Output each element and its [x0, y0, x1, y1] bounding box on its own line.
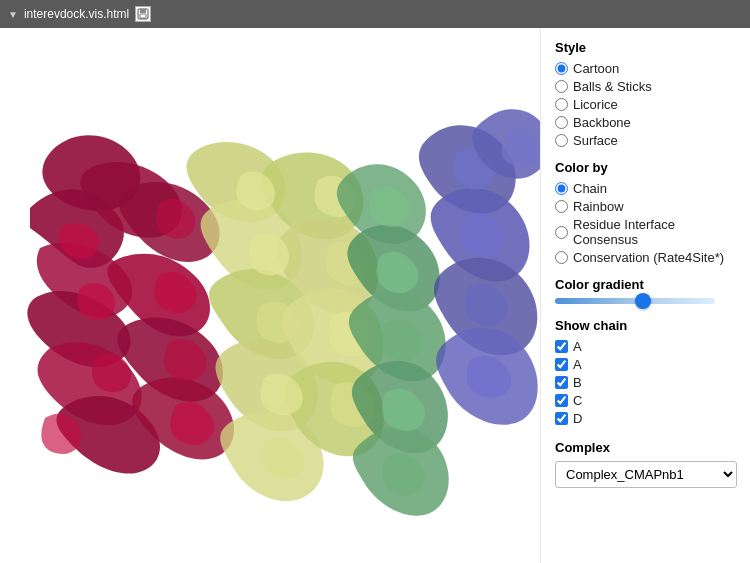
style-balls-option[interactable]: Balls & Sticks — [555, 79, 736, 94]
chevron-icon: ▼ — [8, 9, 18, 20]
style-balls-radio[interactable] — [555, 80, 568, 93]
chain-a2-checkbox[interactable] — [555, 358, 568, 371]
complex-section: Complex Complex_CMAPnb1 — [555, 440, 736, 488]
style-backbone-label: Backbone — [573, 115, 631, 130]
chain-c-checkbox[interactable] — [555, 394, 568, 407]
save-icon[interactable] — [135, 6, 151, 22]
style-licorice-radio[interactable] — [555, 98, 568, 111]
style-radio-group: Cartoon Balls & Sticks Licorice Backbone… — [555, 61, 736, 148]
chain-checkbox-group: A A B C D — [555, 339, 736, 426]
style-licorice-label: Licorice — [573, 97, 618, 112]
complex-title: Complex — [555, 440, 736, 455]
chain-a1-item[interactable]: A — [555, 339, 736, 354]
svg-rect-2 — [140, 14, 146, 18]
chain-b-item[interactable]: B — [555, 375, 736, 390]
gradient-title: Color gradient — [555, 277, 736, 292]
style-cartoon-label: Cartoon — [573, 61, 619, 76]
show-chain-section: Show chain A A B C — [555, 318, 736, 426]
chain-d-checkbox[interactable] — [555, 412, 568, 425]
color-chain-radio[interactable] — [555, 182, 568, 195]
style-backbone-option[interactable]: Backbone — [555, 115, 736, 130]
color-rainbow-option[interactable]: Rainbow — [555, 199, 736, 214]
main-content: Style Cartoon Balls & Sticks Licorice Ba… — [0, 28, 750, 563]
chain-a1-checkbox[interactable] — [555, 340, 568, 353]
gradient-slider-wrapper — [555, 298, 736, 304]
color-chain-label: Chain — [573, 181, 607, 196]
complex-select[interactable]: Complex_CMAPnb1 — [555, 461, 737, 488]
color-chain-option[interactable]: Chain — [555, 181, 736, 196]
style-surface-option[interactable]: Surface — [555, 133, 736, 148]
chain-c-item[interactable]: C — [555, 393, 736, 408]
chain-c-label: C — [573, 393, 582, 408]
chain-b-checkbox[interactable] — [555, 376, 568, 389]
show-chain-title: Show chain — [555, 318, 736, 333]
gradient-track[interactable] — [555, 298, 715, 304]
color-section-title: Color by — [555, 160, 736, 175]
chain-d-item[interactable]: D — [555, 411, 736, 426]
color-ric-radio[interactable] — [555, 226, 568, 239]
gradient-thumb[interactable] — [635, 293, 651, 309]
chain-a1-label: A — [573, 339, 582, 354]
filename-label: interevdock.vis.html — [24, 7, 129, 21]
control-panel: Style Cartoon Balls & Sticks Licorice Ba… — [540, 28, 750, 563]
style-section-title: Style — [555, 40, 736, 55]
style-licorice-option[interactable]: Licorice — [555, 97, 736, 112]
style-backbone-radio[interactable] — [555, 116, 568, 129]
color-rainbow-radio[interactable] — [555, 200, 568, 213]
color-conservation-label: Conservation (Rate4Site*) — [573, 250, 724, 265]
style-balls-label: Balls & Sticks — [573, 79, 652, 94]
style-surface-label: Surface — [573, 133, 618, 148]
chain-a2-label: A — [573, 357, 582, 372]
chain-b-label: B — [573, 375, 582, 390]
color-ric-option[interactable]: Residue Interface Consensus — [555, 217, 736, 247]
chain-d-label: D — [573, 411, 582, 426]
chain-a2-item[interactable]: A — [555, 357, 736, 372]
style-cartoon-radio[interactable] — [555, 62, 568, 75]
titlebar: ▼ interevdock.vis.html — [0, 0, 750, 28]
color-ric-label: Residue Interface Consensus — [573, 217, 736, 247]
color-conservation-option[interactable]: Conservation (Rate4Site*) — [555, 250, 736, 265]
svg-rect-1 — [140, 9, 146, 13]
molecule-viewer — [0, 28, 540, 563]
color-radio-group: Chain Rainbow Residue Interface Consensu… — [555, 181, 736, 265]
color-rainbow-label: Rainbow — [573, 199, 624, 214]
style-cartoon-option[interactable]: Cartoon — [555, 61, 736, 76]
color-conservation-radio[interactable] — [555, 251, 568, 264]
style-surface-radio[interactable] — [555, 134, 568, 147]
gradient-section: Color gradient — [555, 277, 736, 304]
